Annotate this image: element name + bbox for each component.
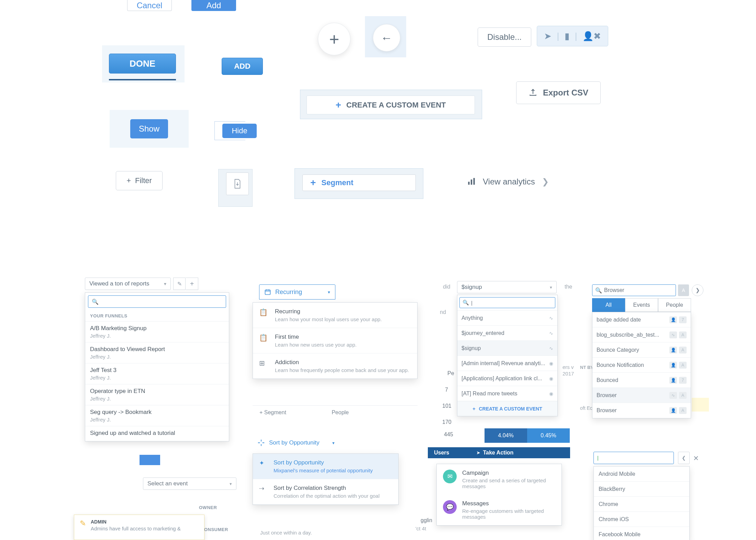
admin-tooltip: ✎ ADMINAdmins have full access to market…: [74, 515, 204, 540]
view-icon: ◉: [549, 391, 553, 396]
calendar-icon: [264, 289, 271, 295]
person-icon: 👤: [669, 407, 677, 414]
owner-label: OWNER: [199, 505, 217, 510]
show-button[interactable]: Show: [130, 119, 168, 138]
pencil-icon: ✎: [80, 519, 86, 536]
device-icon[interactable]: ▮: [565, 31, 569, 42]
segment-button[interactable]: +Segment: [302, 175, 416, 191]
chevron-down-icon: ▾: [550, 285, 552, 290]
view-icon: ◉: [549, 376, 553, 381]
cursor-icon[interactable]: ➤: [544, 31, 552, 42]
tab-people[interactable]: People: [658, 298, 691, 312]
person-icon: 👤: [669, 377, 677, 384]
sort-option[interactable]: ✦Sort by OpportunityMixpanel's measure o…: [253, 454, 398, 479]
action-option-campaign[interactable]: ✉CampaignCreate and send a series of tar…: [437, 464, 562, 495]
browser-item[interactable]: Browser👤A: [592, 403, 691, 418]
funnel-edit-button[interactable]: ✎: [173, 278, 186, 290]
funnel-item[interactable]: Dashboard to Viewed ReportJeffrey J.: [85, 342, 229, 363]
plus-circle-button[interactable]: +: [318, 23, 351, 55]
browser-list-close[interactable]: ✕: [693, 454, 699, 462]
arrow-icon: ➤: [477, 450, 480, 455]
action-dropdown: ✉CampaignCreate and send a series of tar…: [436, 464, 562, 526]
recurring-selector[interactable]: Recurring▾: [259, 284, 335, 300]
done-button[interactable]: DONE: [109, 54, 176, 74]
browser-list-prev[interactable]: ❮: [678, 452, 690, 464]
funnel-item[interactable]: Jeff Test 3Jeffrey J.: [85, 363, 229, 384]
export-icon: [529, 88, 537, 97]
event-item[interactable]: $journey_entered∿: [457, 325, 557, 340]
chevron-down-icon: ▾: [164, 281, 166, 286]
next-button[interactable]: ❯: [692, 284, 703, 296]
recurring-option[interactable]: ⊞AddictionLearn how frequently people co…: [253, 353, 417, 379]
browser-list-item[interactable]: Chrome: [594, 497, 689, 512]
file-download-button[interactable]: [226, 172, 249, 195]
browser-item[interactable]: Bounce Notification👤A: [592, 358, 691, 373]
sort-selector[interactable]: Sort by Opportunity▾: [257, 436, 335, 450]
flow-icon: ∿: [549, 315, 553, 321]
recurring-option[interactable]: 📋First timeLearn how new users use your …: [253, 328, 417, 353]
recurring-option[interactable]: 📋RecurringLearn how your most loyal user…: [253, 303, 417, 328]
funnel-item[interactable]: A/B Marketing SignupJeffrey J.: [85, 321, 229, 342]
tab-all[interactable]: All: [592, 298, 625, 312]
export-csv-button[interactable]: Export CSV: [516, 81, 601, 104]
consumer-label: CONSUMER: [201, 527, 228, 532]
back-circle-button[interactable]: ←: [373, 24, 400, 52]
browser-list-item[interactable]: Android Mobile: [594, 466, 689, 482]
recurring-dropdown: 📋RecurringLearn how your most loyal user…: [253, 302, 418, 379]
browser-list-item[interactable]: BlackBerry: [594, 482, 689, 497]
funnel-add-button[interactable]: +: [186, 278, 198, 290]
action-option-messages[interactable]: 💬MessagesRe-engage customers with target…: [437, 495, 562, 525]
funnel-item[interactable]: Signed up and watched a tutorial: [85, 426, 229, 441]
plus-icon: +: [472, 406, 475, 412]
create-custom-event-button[interactable]: +CREATE A CUSTOM EVENT: [307, 95, 475, 114]
event-item[interactable]: [Applications] Application link cl...◉: [457, 371, 557, 386]
funnel-item[interactable]: Operator type in ETNJeffrey J.: [85, 384, 229, 405]
sort-option[interactable]: ⇢Sort by Correlation StrengthCorrelation…: [253, 479, 398, 505]
view-analytics-link[interactable]: View analytics ❯: [467, 177, 549, 187]
flow-icon: ∿: [669, 392, 677, 399]
bar-chart-icon: [467, 177, 476, 186]
add-button[interactable]: Add: [191, 0, 236, 11]
filter-badge[interactable]: A: [678, 284, 689, 296]
event-item[interactable]: [Admin internal] Revenue analyti...◉: [457, 356, 557, 371]
browser-search-input[interactable]: 🔍Browser: [592, 284, 676, 296]
funnel-item[interactable]: Seg query -> BookmarkJeffrey J.: [85, 405, 229, 426]
tab-events[interactable]: Events: [625, 298, 658, 312]
cancel-button[interactable]: Cancel: [127, 0, 172, 11]
browser-item[interactable]: blog_subscribe_ab_test...∿A: [592, 327, 691, 342]
browser-dropdown: badge added date👤7 blog_subscribe_ab_tes…: [592, 312, 691, 418]
browser-list-item[interactable]: Facebook Mobile: [594, 527, 689, 540]
select-event-dropdown[interactable]: Select an event▾: [143, 477, 236, 490]
action-header: Users ➤Take Action: [428, 447, 570, 458]
svg-rect-0: [468, 182, 469, 185]
funnel-selector[interactable]: Viewed a ton of reports▾: [85, 278, 171, 290]
chevron-down-icon: ▾: [332, 440, 335, 446]
flow-icon: ⇢: [259, 485, 268, 499]
event-selector[interactable]: $signup▾: [457, 281, 557, 293]
plus-icon: +: [335, 100, 341, 111]
browser-list-item[interactable]: Chrome iOS: [594, 512, 689, 527]
browser-item[interactable]: Browser∿A: [592, 388, 691, 403]
create-custom-event-link[interactable]: +CREATE A CUSTOM EVENT: [457, 401, 557, 416]
user-remove-icon[interactable]: 👤✖: [582, 31, 601, 42]
event-dropdown: 🔍| Anything∿ $journey_entered∿ $signup∿ …: [457, 295, 558, 416]
add-button-2[interactable]: ADD: [222, 58, 263, 75]
chevron-right-icon: ❯: [542, 177, 549, 187]
browser-item[interactable]: Bounce Category👤A: [592, 342, 691, 358]
disable-button[interactable]: Disable...: [478, 27, 531, 47]
bar-widget: [140, 455, 160, 465]
funnel-search-input[interactable]: 🔍: [88, 295, 226, 308]
filter-button[interactable]: +Filter: [116, 171, 163, 190]
flow-icon: ∿: [549, 330, 553, 336]
flow-icon: ∿: [669, 331, 677, 338]
event-item[interactable]: $signup∿: [457, 340, 557, 356]
event-item[interactable]: [AT] Read more tweets◉: [457, 386, 557, 401]
browser-item[interactable]: badge added date👤7: [592, 312, 691, 327]
browser-list-input[interactable]: |: [593, 452, 674, 464]
event-item[interactable]: Anything∿: [457, 310, 557, 325]
plus-icon: +: [310, 177, 316, 188]
event-search-input[interactable]: 🔍|: [459, 297, 555, 308]
svg-rect-3: [265, 290, 270, 294]
hide-button[interactable]: Hide: [222, 124, 257, 138]
browser-item[interactable]: Bounced👤7: [592, 373, 691, 388]
